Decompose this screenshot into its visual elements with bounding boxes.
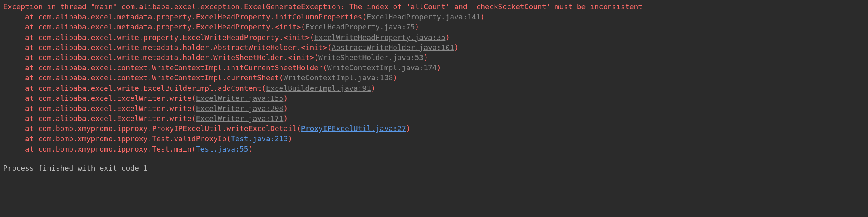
open-paren: ( <box>314 53 318 62</box>
stack-frame: at com.bomb.xmypromo.ipproxy.Test.validP… <box>0 134 868 144</box>
close-paren: ) <box>371 84 375 92</box>
stack-frame: at com.alibaba.excel.write.metadata.hold… <box>0 52 868 63</box>
close-paren: ) <box>454 43 459 52</box>
source-link[interactable]: ExcelWriter.java:208 <box>196 104 284 113</box>
close-paren: ) <box>283 94 288 102</box>
at-keyword: at <box>25 134 38 143</box>
close-paren: ) <box>283 114 288 123</box>
stack-frame-text: at com.alibaba.excel.ExcelWriter.write(E… <box>3 93 288 103</box>
at-keyword: at <box>25 145 38 153</box>
close-paren: ) <box>406 124 411 133</box>
close-paren: ) <box>415 23 419 31</box>
at-keyword: at <box>25 124 38 133</box>
stack-trace: at com.alibaba.excel.metadata.property.E… <box>0 12 868 154</box>
exception-header: Exception in thread "main" com.alibaba.e… <box>0 2 868 12</box>
method-name: com.alibaba.excel.write.property.ExcelWr… <box>38 33 310 42</box>
source-link[interactable]: AbstractWriteHolder.java:101 <box>332 43 454 52</box>
stack-frame: at com.alibaba.excel.write.metadata.hold… <box>0 42 868 52</box>
source-link[interactable]: WriteContextImpl.java:138 <box>283 73 393 82</box>
close-paren: ) <box>283 104 288 113</box>
open-paren: ( <box>323 63 327 72</box>
open-paren: ( <box>310 33 314 42</box>
stack-frame: at com.alibaba.excel.context.WriteContex… <box>0 73 868 83</box>
at-keyword: at <box>25 73 38 82</box>
close-paren: ) <box>288 134 292 143</box>
open-paren: ( <box>192 104 196 113</box>
source-link[interactable]: ExcelBuilderImpl.java:91 <box>266 84 371 92</box>
stack-frame-text: at com.bomb.xmypromo.ipproxy.Test.validP… <box>3 134 292 144</box>
method-name: com.bomb.xmypromo.ipproxy.ProxyIPExcelUt… <box>38 124 297 133</box>
open-paren: ( <box>192 94 196 102</box>
open-paren: ( <box>192 114 196 123</box>
stack-frame: at com.alibaba.excel.ExcelWriter.write(E… <box>0 103 868 113</box>
process-exit-message: Process finished with exit code 1 <box>0 163 868 173</box>
method-name: com.alibaba.excel.ExcelWriter.write <box>38 104 192 113</box>
stack-frame-text: at com.alibaba.excel.ExcelWriter.write(E… <box>3 113 288 123</box>
at-keyword: at <box>25 104 38 113</box>
open-paren: ( <box>362 13 367 21</box>
method-name: com.alibaba.excel.ExcelWriter.write <box>38 94 192 102</box>
close-paren: ) <box>249 145 253 153</box>
at-keyword: at <box>25 13 38 21</box>
method-name: com.alibaba.excel.metadata.property.Exce… <box>38 23 301 31</box>
source-link[interactable]: Test.java:213 <box>231 134 288 143</box>
source-link[interactable]: ExcelWriter.java:155 <box>196 94 284 102</box>
source-link[interactable]: WriteSheetHolder.java:53 <box>318 53 423 62</box>
source-link[interactable]: ExcelHeadProperty.java:75 <box>305 23 415 31</box>
at-keyword: at <box>25 114 38 123</box>
stack-frame-text: at com.alibaba.excel.write.ExcelBuilderI… <box>3 83 375 93</box>
at-keyword: at <box>25 33 38 42</box>
source-link[interactable]: Test.java:55 <box>196 145 249 153</box>
at-keyword: at <box>25 43 38 52</box>
stack-frame-text: at com.alibaba.excel.write.metadata.hold… <box>3 52 428 63</box>
at-keyword: at <box>25 63 38 72</box>
close-paren: ) <box>423 53 428 62</box>
stack-frame: at com.bomb.xmypromo.ipproxy.Test.main(T… <box>0 144 868 154</box>
stack-frame: at com.alibaba.excel.write.ExcelBuilderI… <box>0 83 868 93</box>
method-name: com.bomb.xmypromo.ipproxy.Test.main <box>38 145 192 153</box>
open-paren: ( <box>297 124 301 133</box>
close-paren: ) <box>437 63 441 72</box>
source-link[interactable]: ExcelWriteHeadProperty.java:35 <box>314 33 445 42</box>
method-name: com.alibaba.excel.context.WriteContextIm… <box>38 63 323 72</box>
method-name: com.alibaba.excel.ExcelWriter.write <box>38 114 192 123</box>
console-output: Exception in thread "main" com.alibaba.e… <box>0 2 868 173</box>
stack-frame: at com.alibaba.excel.context.WriteContex… <box>0 63 868 73</box>
close-paren: ) <box>480 13 485 21</box>
stack-frame-text: at com.alibaba.excel.context.WriteContex… <box>3 73 397 83</box>
method-name: com.alibaba.excel.context.WriteContextIm… <box>38 73 279 82</box>
method-name: com.bomb.xmypromo.ipproxy.Test.validProx… <box>38 134 227 143</box>
method-name: com.alibaba.excel.metadata.property.Exce… <box>38 13 362 21</box>
source-link[interactable]: WriteContextImpl.java:174 <box>327 63 437 72</box>
at-keyword: at <box>25 94 38 102</box>
stack-frame-text: at com.alibaba.excel.write.property.Exce… <box>3 32 450 42</box>
at-keyword: at <box>25 53 38 62</box>
stack-frame-text: at com.alibaba.excel.write.metadata.hold… <box>3 42 459 52</box>
close-paren: ) <box>445 33 450 42</box>
close-paren: ) <box>393 73 397 82</box>
source-link[interactable]: ExcelWriter.java:171 <box>196 114 284 123</box>
open-paren: ( <box>301 23 305 31</box>
open-paren: ( <box>261 84 266 92</box>
stack-frame: at com.alibaba.excel.write.property.Exce… <box>0 32 868 42</box>
stack-frame-text: at com.bomb.xmypromo.ipproxy.Test.main(T… <box>3 144 253 154</box>
source-link[interactable]: ProxyIPExcelUtil.java:27 <box>301 124 406 133</box>
source-link[interactable]: ExcelHeadProperty.java:141 <box>367 13 480 21</box>
stack-frame-text: at com.alibaba.excel.metadata.property.E… <box>3 12 485 22</box>
stack-frame-text: at com.bomb.xmypromo.ipproxy.ProxyIPExce… <box>3 123 411 134</box>
stack-frame: at com.alibaba.excel.metadata.property.E… <box>0 12 868 22</box>
open-paren: ( <box>227 134 231 143</box>
at-keyword: at <box>25 23 38 31</box>
at-keyword: at <box>25 84 38 92</box>
stack-frame: at com.bomb.xmypromo.ipproxy.ProxyIPExce… <box>0 123 868 134</box>
method-name: com.alibaba.excel.write.metadata.holder.… <box>38 43 327 52</box>
method-name: com.alibaba.excel.write.ExcelBuilderImpl… <box>38 84 262 92</box>
stack-frame: at com.alibaba.excel.ExcelWriter.write(E… <box>0 93 868 103</box>
stack-frame: at com.alibaba.excel.metadata.property.E… <box>0 22 868 32</box>
method-name: com.alibaba.excel.write.metadata.holder.… <box>38 53 314 62</box>
stack-frame-text: at com.alibaba.excel.ExcelWriter.write(E… <box>3 103 288 113</box>
stack-frame-text: at com.alibaba.excel.context.WriteContex… <box>3 63 441 73</box>
open-paren: ( <box>279 73 284 82</box>
stack-frame: at com.alibaba.excel.ExcelWriter.write(E… <box>0 113 868 123</box>
open-paren: ( <box>192 145 196 153</box>
